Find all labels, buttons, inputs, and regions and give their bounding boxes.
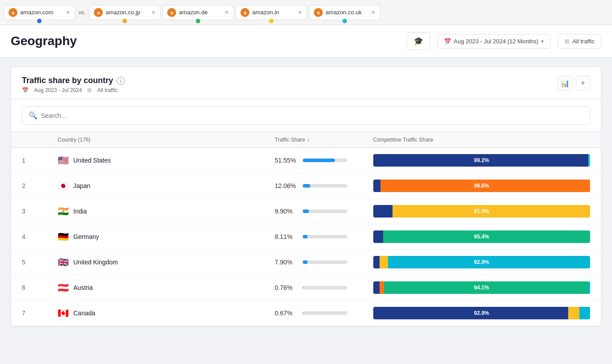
country-cell: 🇩🇪 Germany xyxy=(58,231,275,242)
traffic-bar-background xyxy=(303,184,347,188)
competitive-share-cell: 91.0% xyxy=(373,205,591,218)
traffic-bar-fill xyxy=(303,260,308,264)
traffic-bar-background xyxy=(303,260,347,264)
tab-amazon-com-close[interactable]: ✕ xyxy=(66,9,70,16)
country-cell: 🇨🇦 Canada xyxy=(58,308,275,318)
traffic-bar-background xyxy=(303,209,347,213)
export-excel-button[interactable]: 📊 xyxy=(558,76,572,90)
traffic-bar-fill xyxy=(303,235,308,238)
card-traffic-label: All traffic xyxy=(97,87,118,93)
traffic-bar-fill xyxy=(303,184,310,188)
traffic-percentage: 9.90% xyxy=(275,208,298,215)
competitive-share-cell: 94.1% xyxy=(373,281,591,294)
tab-bar: a amazon.com ✕ vs. a amazon.co.jp ✕ a am… xyxy=(0,0,612,25)
table-header: Country (176) Traffic Share ↓ Competitiv… xyxy=(11,132,601,148)
tab-amazon-co-uk-close[interactable]: ✕ xyxy=(371,9,376,16)
traffic-share-card: Traffic share by country i 📅 Aug 2023 - … xyxy=(11,67,601,326)
table-rows: 1 🇺🇸 United States 51.55% 99.2% 2 🇯🇵 Jap… xyxy=(11,148,601,326)
country-flag: 🇬🇧 xyxy=(58,257,69,268)
traffic-share-cell: 7.90% xyxy=(275,259,373,266)
card-title-row: Traffic share by country i 📅 Aug 2023 - … xyxy=(22,76,590,93)
date-range-label: Aug 2023 - Jul 2024 (12 Months) xyxy=(454,38,538,45)
country-name: Germany xyxy=(73,233,99,240)
card-subtitle: 📅 Aug 2023 - Jul 2024 ⊞ All traffic xyxy=(22,87,125,93)
calendar-small-icon: 📅 xyxy=(22,87,29,93)
traffic-percentage: 8.11% xyxy=(275,233,298,240)
country-column-header[interactable]: Country (176) xyxy=(58,137,275,143)
traffic-bar-background xyxy=(303,311,347,315)
search-input[interactable] xyxy=(41,112,583,119)
amazon-de-icon: a xyxy=(167,8,176,17)
tab-amazon-de-label: amazon.de xyxy=(179,9,222,16)
tab-amazon-in-dot xyxy=(269,19,274,23)
country-cell: 🇬🇧 United Kingdom xyxy=(58,257,275,268)
country-name: Japan xyxy=(73,182,90,189)
country-cell: 🇯🇵 Japan xyxy=(58,180,275,191)
learn-button[interactable]: 🎓 xyxy=(407,32,430,50)
competitive-traffic-column-header[interactable]: Competitive Traffic Share xyxy=(373,137,591,143)
traffic-percentage: 0.76% xyxy=(275,284,298,291)
traffic-bar-background xyxy=(303,286,347,289)
table-row: 1 🇺🇸 United States 51.55% 99.2% xyxy=(11,148,601,173)
traffic-bar-fill xyxy=(303,286,303,289)
traffic-bar-fill xyxy=(303,159,335,162)
learn-icon: 🎓 xyxy=(414,36,423,46)
card-title-text: Traffic share by country xyxy=(22,76,113,85)
country-cell: 🇮🇳 India xyxy=(58,206,275,217)
card-date-range: Aug 2023 - Jul 2024 xyxy=(34,87,82,93)
country-name: United States xyxy=(73,157,111,164)
traffic-bar-fill xyxy=(303,209,309,213)
tab-amazon-co-jp-dot xyxy=(122,19,127,23)
tab-amazon-de-close[interactable]: ✕ xyxy=(224,9,229,16)
tab-amazon-co-uk[interactable]: a amazon.co.uk ✕ xyxy=(309,5,380,20)
search-icon: 🔍 xyxy=(29,111,38,120)
plus-icon: + xyxy=(581,79,585,87)
add-button[interactable]: + xyxy=(576,76,590,90)
table-row: 6 🇦🇹 Austria 0.76% 94.1% xyxy=(11,275,601,301)
traffic-percentage: 7.90% xyxy=(275,259,298,266)
table-container: Country (176) Traffic Share ↓ Competitiv… xyxy=(11,132,601,326)
traffic-percentage: 0.67% xyxy=(275,310,298,317)
tab-amazon-de-dot xyxy=(196,19,200,23)
header-controls: 🎓 📅 Aug 2023 - Jul 2024 (12 Months) ▾ ⊞ … xyxy=(407,32,601,50)
row-rank: 7 xyxy=(22,310,58,317)
country-flag: 🇺🇸 xyxy=(58,155,69,166)
competitive-label: 96.6% xyxy=(474,183,489,189)
tab-amazon-co-jp[interactable]: a amazon.co.jp ✕ xyxy=(89,5,160,20)
competitive-label: 99.2% xyxy=(474,157,489,163)
country-flag: 🇯🇵 xyxy=(58,180,69,191)
page-title: Geography xyxy=(11,34,400,48)
amazon-com-icon: a xyxy=(8,8,17,17)
competitive-label: 92.9% xyxy=(474,259,489,265)
competitive-label: 95.4% xyxy=(474,234,489,240)
card-actions: 📊 + xyxy=(558,76,590,90)
tab-amazon-co-uk-dot xyxy=(342,19,347,23)
traffic-bar-background xyxy=(303,159,347,162)
traffic-share-cell: 0.67% xyxy=(275,310,373,317)
tab-amazon-de[interactable]: a amazon.de ✕ xyxy=(162,5,234,20)
traffic-share-column-header[interactable]: Traffic Share ↓ xyxy=(275,137,373,143)
country-flag: 🇩🇪 xyxy=(58,231,69,242)
traffic-share-cell: 9.90% xyxy=(275,208,373,215)
tab-amazon-in-close[interactable]: ✕ xyxy=(298,9,302,16)
competitive-share-cell: 92.9% xyxy=(373,307,591,319)
competitive-label: 92.9% xyxy=(474,310,489,316)
amazon-in-icon: a xyxy=(241,8,249,17)
date-range-button[interactable]: 📅 Aug 2023 - Jul 2024 (12 Months) ▾ xyxy=(437,34,551,49)
tab-amazon-in[interactable]: a amazon.in ✕ xyxy=(236,5,307,20)
amazon-co-uk-icon: a xyxy=(314,8,323,17)
info-icon[interactable]: i xyxy=(117,77,125,85)
card-title: Traffic share by country i xyxy=(22,76,125,85)
chevron-down-icon: ▾ xyxy=(541,38,544,45)
tab-amazon-com[interactable]: a amazon.com ✕ xyxy=(4,5,75,20)
tab-amazon-com-label: amazon.com xyxy=(20,9,63,16)
tab-amazon-co-uk-label: amazon.co.uk xyxy=(325,9,368,16)
search-bar[interactable]: 🔍 xyxy=(22,106,590,125)
rank-column-header xyxy=(22,137,58,143)
traffic-filter-button[interactable]: ⊞ All traffic xyxy=(558,34,601,49)
traffic-percentage: 51.55% xyxy=(275,157,298,164)
traffic-share-cell: 51.55% xyxy=(275,157,373,164)
competitive-share-cell: 92.9% xyxy=(373,256,591,268)
row-rank: 3 xyxy=(22,208,58,215)
tab-amazon-co-jp-close[interactable]: ✕ xyxy=(151,9,156,16)
